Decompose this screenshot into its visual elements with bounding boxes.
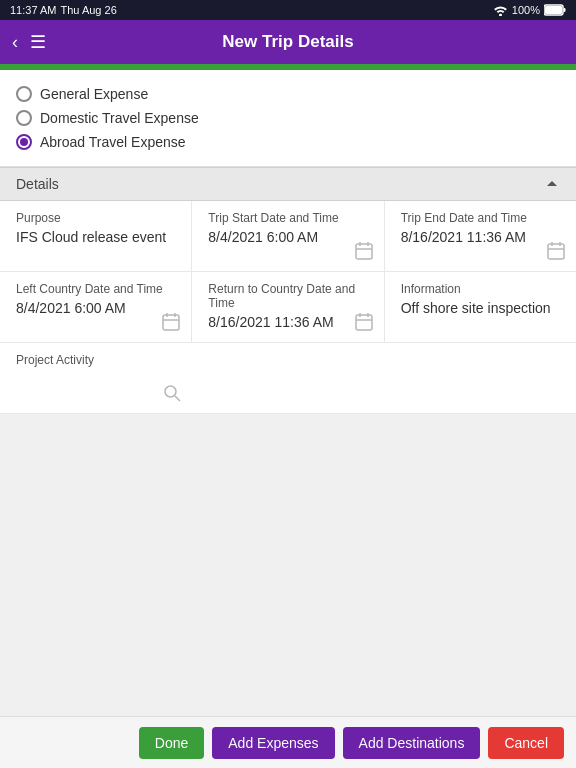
details-cell-trip-start[interactable]: Trip Start Date and Time 8/4/2021 6:00 A…: [192, 201, 384, 271]
svg-rect-1: [564, 8, 566, 12]
wifi-icon: [493, 4, 508, 16]
done-button[interactable]: Done: [139, 727, 204, 759]
details-grid: Purpose IFS Cloud release event Trip Sta…: [0, 201, 576, 414]
radio-label-general: General Expense: [40, 86, 148, 102]
details-row-3: Project Activity: [0, 343, 576, 414]
bottom-bar: Done Add Expenses Add Destinations Cance…: [0, 716, 576, 768]
svg-point-19: [165, 386, 176, 397]
menu-button[interactable]: ☰: [30, 31, 46, 53]
details-cell-left-country[interactable]: Left Country Date and Time 8/4/2021 6:00…: [0, 272, 192, 342]
details-cell-information[interactable]: Information Off shore site inspection: [385, 272, 576, 342]
radio-circle-domestic: [16, 110, 32, 126]
radio-circle-general: [16, 86, 32, 102]
details-label: Details: [16, 176, 59, 192]
search-icon: [162, 383, 182, 403]
details-cell-trip-end[interactable]: Trip End Date and Time 8/16/2021 11:36 A…: [385, 201, 576, 271]
battery-icon: [544, 4, 566, 16]
status-bar: 11:37 AM Thu Aug 26 100%: [0, 0, 576, 20]
svg-rect-7: [548, 244, 564, 259]
value-purpose: IFS Cloud release event: [16, 229, 175, 245]
battery-text: 100%: [512, 4, 540, 16]
svg-rect-11: [163, 315, 179, 330]
calendar-icon-trip-start: [354, 241, 374, 261]
radio-label-domestic: Domestic Travel Expense: [40, 110, 199, 126]
radio-item-abroad[interactable]: Abroad Travel Expense: [16, 130, 560, 154]
collapse-icon[interactable]: [544, 176, 560, 192]
status-left: 11:37 AM Thu Aug 26: [10, 4, 117, 16]
value-return-country: 8/16/2021 11:36 AM: [208, 314, 367, 330]
cancel-button[interactable]: Cancel: [488, 727, 564, 759]
details-header: Details: [0, 167, 576, 201]
details-row-2: Left Country Date and Time 8/4/2021 6:00…: [0, 272, 576, 343]
svg-rect-2: [545, 6, 562, 14]
day: Thu Aug 26: [60, 4, 116, 16]
value-trip-start: 8/4/2021 6:00 AM: [208, 229, 367, 245]
add-destinations-button[interactable]: Add Destinations: [343, 727, 481, 759]
radio-item-general[interactable]: General Expense: [16, 82, 560, 106]
details-cell-purpose[interactable]: Purpose IFS Cloud release event: [0, 201, 192, 271]
radio-label-abroad: Abroad Travel Expense: [40, 134, 186, 150]
header: ‹ ☰ New Trip Details: [0, 20, 576, 64]
value-information: Off shore site inspection: [401, 300, 560, 316]
details-cell-return-country[interactable]: Return to Country Date and Time 8/16/202…: [192, 272, 384, 342]
label-left-country: Left Country Date and Time: [16, 282, 175, 296]
calendar-icon-left-country: [161, 312, 181, 332]
details-cell-project-activity[interactable]: Project Activity: [0, 343, 192, 413]
label-trip-end: Trip End Date and Time: [401, 211, 560, 225]
calendar-icon-return-country: [354, 312, 374, 332]
details-row-1: Purpose IFS Cloud release event Trip Sta…: [0, 201, 576, 272]
label-project-activity: Project Activity: [16, 353, 176, 367]
label-information: Information: [401, 282, 560, 296]
radio-circle-abroad: [16, 134, 32, 150]
calendar-icon-trip-end: [546, 241, 566, 261]
time: 11:37 AM: [10, 4, 56, 16]
back-button[interactable]: ‹: [12, 32, 18, 53]
page-title: New Trip Details: [222, 32, 353, 52]
value-trip-end: 8/16/2021 11:36 AM: [401, 229, 560, 245]
value-left-country: 8/4/2021 6:00 AM: [16, 300, 175, 316]
main-content: General Expense Domestic Travel Expense …: [0, 70, 576, 716]
status-right: 100%: [493, 4, 566, 16]
svg-rect-3: [356, 244, 372, 259]
radio-item-domestic[interactable]: Domestic Travel Expense: [16, 106, 560, 130]
add-expenses-button[interactable]: Add Expenses: [212, 727, 334, 759]
label-trip-start: Trip Start Date and Time: [208, 211, 367, 225]
svg-line-20: [175, 396, 180, 401]
label-purpose: Purpose: [16, 211, 175, 225]
label-return-country: Return to Country Date and Time: [208, 282, 367, 310]
radio-group: General Expense Domestic Travel Expense …: [0, 70, 576, 167]
header-left: ‹ ☰: [12, 31, 46, 53]
svg-rect-15: [356, 315, 372, 330]
